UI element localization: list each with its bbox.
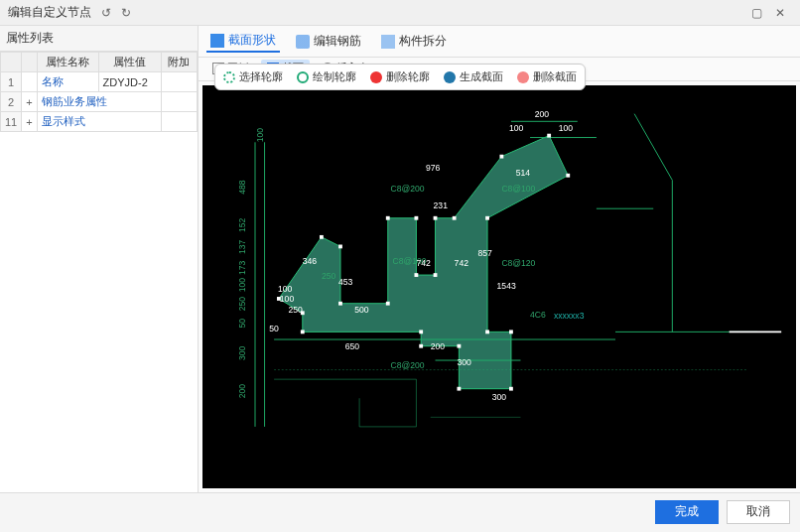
svg-rect-21 [419,330,423,333]
svg-rect-1 [320,235,324,239]
dim: 742 [455,258,469,268]
dim: 173 [237,261,247,276]
svg-rect-3 [338,302,342,306]
delete-icon [370,71,382,83]
svg-rect-22 [301,330,305,333]
contour-toolbar: 选择轮廓 绘制轮廓 删除轮廓 生成截面 删除截面 [214,64,586,90]
cad-svg: 200 100 100 976 514 C8@200 C8@100 231 34… [202,85,796,488]
btn-label: 删除轮廓 [386,69,430,84]
property-row[interactable]: 11 + 显示样式 [1,112,198,132]
dim: 152 [237,218,247,233]
rebar-label: C8@100 [501,184,535,194]
btn-label: 绘制轮廓 [313,69,356,84]
title-bar: 编辑自定义节点 ↺ ↻ ▢ ✕ [0,0,800,26]
dim: 500 [354,305,369,315]
dim: 200 [431,341,446,351]
dim: 100 [237,278,247,293]
dim: 250 [288,305,303,315]
generate-section-button[interactable]: 生成截面 [442,68,505,85]
cad-canvas[interactable]: 200 100 100 976 514 C8@200 C8@100 231 34… [202,85,796,488]
dim: 488 [237,180,247,195]
svg-rect-8 [434,273,438,277]
undo-icon[interactable]: ↺ [99,6,113,20]
prop-name: 名称 [37,72,98,92]
dim: 50 [237,319,247,329]
dim: 346 [303,256,318,266]
svg-rect-18 [457,387,461,391]
btn-label: 生成截面 [460,69,503,84]
property-row[interactable]: 1 名称 ZDYJD-2 [1,72,198,92]
svg-rect-5 [386,216,390,220]
svg-rect-9 [434,216,438,220]
btn-label: 删除截面 [533,69,577,84]
svg-rect-20 [419,344,423,348]
btn-label: 取消 [746,503,770,520]
prop-name: 显示样式 [37,112,161,132]
expand-icon[interactable]: + [22,112,37,132]
expand-icon[interactable]: + [22,92,37,112]
dim: 300 [492,392,507,402]
prop-value[interactable]: ZDYJD-2 [98,72,161,92]
close-button[interactable]: ✕ [768,3,792,23]
tab-label: 构件拆分 [399,33,447,50]
dim: 100 [278,284,293,294]
col-extra: 附加 [161,53,197,72]
svg-rect-2 [338,244,342,248]
svg-rect-10 [453,216,457,220]
btn-label: 选择轮廓 [239,69,283,84]
delete-section-icon [517,71,529,83]
cancel-button[interactable]: 取消 [727,500,790,524]
dim: 50 [269,324,279,333]
rebar-label: C8@120 [501,258,535,268]
property-row[interactable]: 2 + 钢筋业务属性 [1,92,198,112]
delete-contour-button[interactable]: 删除轮廓 [368,68,432,85]
ok-button[interactable]: 完成 [655,500,719,524]
btn-label: 完成 [675,503,699,520]
dim: 200 [535,109,550,119]
dim: 250 [237,297,247,312]
generate-icon [444,71,456,83]
rebar-label: xxxxxx3 [554,311,585,321]
main-area: 属性列表 属性名称 属性值 附加 1 名称 ZDYJD-2 2 + 钢筋业务属性 [0,26,800,492]
main-tabs: 截面形状 编辑钢筋 构件拆分 [199,26,800,58]
draw-contour-button[interactable]: 绘制轮廓 [295,68,358,85]
col-name: 属性名称 [37,53,98,72]
rebar-icon [296,35,310,49]
dim: 100 [559,123,574,133]
tab-section-shape[interactable]: 截面形状 [206,30,280,53]
minimize-button[interactable]: ▢ [744,3,768,23]
split-icon [381,35,395,49]
svg-rect-11 [499,155,503,159]
svg-rect-17 [509,387,513,391]
svg-rect-19 [457,344,461,348]
tab-edit-rebar[interactable]: 编辑钢筋 [292,31,365,52]
dim: 742 [416,258,431,268]
property-header-row: 属性名称 属性值 附加 [1,53,198,72]
dim: 231 [434,200,449,210]
dim: 100 [255,128,265,143]
delete-section-button[interactable]: 删除截面 [515,68,579,85]
dim: 100 [280,294,295,304]
dim: 100 [509,123,524,133]
dim: 1543 [497,281,516,291]
dim: 857 [478,248,493,258]
property-panel: 属性列表 属性名称 属性值 附加 1 名称 ZDYJD-2 2 + 钢筋业务属性 [0,26,199,492]
redo-icon[interactable]: ↻ [119,6,133,20]
select-icon [223,71,235,83]
select-contour-button[interactable]: 选择轮廓 [221,68,285,85]
dim: 250 [322,271,336,281]
rebar-label: 4C6 [530,310,546,320]
dim: 300 [457,357,471,367]
svg-rect-16 [509,330,513,333]
dim: 453 [338,277,353,287]
tab-label: 编辑钢筋 [314,33,361,50]
svg-rect-14 [485,216,489,220]
dim: 514 [516,168,531,178]
prop-name: 钢筋业务属性 [37,92,161,112]
property-table: 属性名称 属性值 附加 1 名称 ZDYJD-2 2 + 钢筋业务属性 11 +… [0,52,198,132]
tab-split[interactable]: 构件拆分 [377,31,451,52]
expand-icon[interactable] [22,72,37,92]
svg-rect-6 [415,216,419,220]
dim: 200 [237,384,247,399]
section-shape-icon [210,34,224,48]
